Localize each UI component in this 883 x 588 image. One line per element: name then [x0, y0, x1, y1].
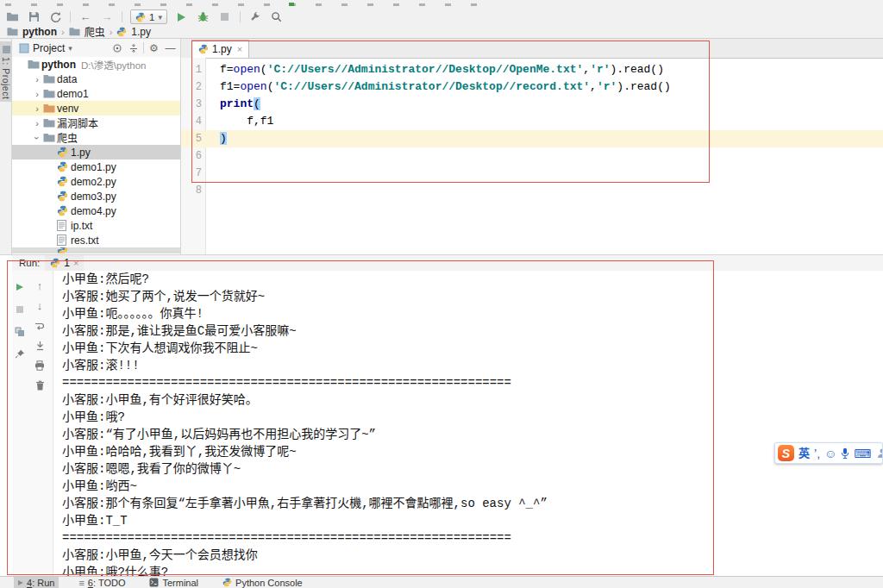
tree-chevron-icon[interactable]: › [31, 118, 43, 128]
tree-item[interactable]: pythonD:\渗透\python [12, 57, 180, 72]
language-mode-indicator[interactable]: 英 [798, 447, 810, 459]
close-icon[interactable]: × [237, 44, 242, 54]
folder-icon [43, 74, 57, 84]
tree-item[interactable] [12, 247, 180, 253]
settings-wrench-icon[interactable] [248, 10, 262, 24]
tree-item[interactable]: 1.py [12, 145, 180, 160]
stripe-tab-project[interactable]: 1: Project [0, 41, 12, 102]
todo-icon: ≡ [78, 578, 84, 588]
console-output[interactable]: 小甲鱼:然后呢?小客服:她买了两个,说发一个货就好~小甲鱼:呃。。。。。。你真牛… [53, 271, 883, 576]
tree-item-label: 漏洞脚本 [57, 116, 98, 130]
line-number: 4 [181, 113, 202, 130]
python-icon [57, 191, 71, 202]
tree-item[interactable]: demo4.py [12, 203, 180, 218]
statusbar-toolwindow-todo[interactable]: ≡6: TODO [74, 577, 129, 588]
toolbox-icon-clipped[interactable] [876, 447, 883, 460]
down-stacktrace-icon[interactable]: ↓ [33, 296, 47, 316]
sogou-logo-icon[interactable]: S [778, 445, 794, 461]
open-folder-icon[interactable] [5, 10, 19, 24]
project-view-title[interactable]: Project [33, 42, 65, 54]
code-line: f1=open('C://Users//Administrator//Deskt… [220, 78, 883, 96]
rerun-button[interactable] [13, 276, 27, 298]
tree-item[interactable]: ›demo1 [12, 86, 180, 101]
collapse-all-icon[interactable] [127, 41, 140, 54]
editor-tab-label: 1.py [212, 43, 232, 55]
statusbar-toolwindow-run[interactable]: 4: Run [14, 577, 59, 588]
statusbar-toolwindow-pythonconsole[interactable]: Python Console [218, 577, 307, 588]
scroll-to-end-icon[interactable] [33, 335, 47, 355]
console-line: 小甲鱼:然后呢? [62, 271, 883, 288]
statusbar-toolwindow-terminal[interactable]: Terminal [145, 577, 203, 588]
run-button[interactable] [175, 10, 189, 24]
up-stacktrace-icon[interactable]: ↑ [33, 276, 47, 296]
python-icon [50, 258, 60, 268]
emoji-icon[interactable]: ☺ [824, 447, 836, 460]
run-header: Run: 1 × [12, 255, 883, 271]
console-line: 小甲鱼:哦?什么事? [62, 564, 883, 576]
line-number: 2 [181, 78, 202, 96]
keyboard-icon[interactable]: ⌨ [854, 447, 871, 460]
tree-item-label: demo4.py [71, 205, 116, 217]
folder-icon [7, 27, 18, 36]
editor-body[interactable]: 12345678 f=open('C://Users//Administrato… [181, 58, 883, 254]
tree-item-label: ip.txt [71, 220, 92, 232]
tree-item[interactable]: ›data [12, 72, 180, 86]
python-icon [57, 247, 71, 253]
run-tab[interactable]: 1 × [45, 255, 84, 271]
tree-item-label: 1.py [71, 147, 91, 159]
chevron-down-icon[interactable]: ▾ [68, 44, 72, 53]
soft-wrap-icon[interactable] [33, 316, 47, 335]
gear-icon[interactable]: ⚙ [147, 41, 160, 54]
console-line: 小甲鱼:哟西~ [62, 478, 883, 495]
stop-button[interactable] [218, 10, 232, 24]
save-icon[interactable] [27, 10, 41, 24]
code-line [220, 182, 883, 199]
sync-icon[interactable] [48, 10, 62, 24]
hide-panel-icon[interactable]: — [164, 41, 177, 54]
breadcrumb-item[interactable]: python [22, 26, 57, 38]
run-configuration-select[interactable]: 1 ▾ [130, 9, 167, 24]
editor-tab[interactable]: 1.py × [191, 40, 249, 58]
tree-item[interactable]: ›爬虫 [12, 130, 180, 145]
console-line: 小客服:那个有条回复“左手拿著小甲魚,右手拿著打火機,哪裡不會點哪裡,so ea… [62, 495, 883, 512]
stop-button[interactable] [13, 298, 27, 321]
toolbar-separator [122, 11, 122, 22]
restore-layout-icon[interactable] [13, 321, 27, 343]
tree-chevron-icon[interactable]: › [31, 103, 43, 114]
tree-item[interactable]: ›漏洞脚本 [12, 116, 180, 130]
microphone-icon[interactable] [841, 447, 849, 460]
punctuation-mode-icon[interactable]: ’, [814, 447, 820, 460]
tree-item[interactable]: demo2.py [12, 174, 180, 189]
tree-item[interactable]: res.txt [12, 233, 180, 247]
tree-chevron-icon[interactable]: › [32, 132, 42, 144]
back-icon[interactable]: ← [78, 10, 92, 24]
code-area[interactable]: f=open('C://Users//Administrator//Deskto… [205, 61, 883, 199]
tree-item[interactable]: demo1.py [12, 160, 180, 174]
tree-item-label: res.txt [71, 235, 99, 247]
text-icon [57, 220, 71, 231]
tree-item-label: venv [57, 103, 78, 115]
tree-item[interactable]: ip.txt [12, 218, 180, 233]
forward-icon[interactable]: → [100, 10, 114, 24]
tree-item-label: python [41, 59, 76, 71]
run-configuration-name: 1 [149, 12, 154, 22]
main-toolbar: ← → 1 ▾ [0, 9, 883, 25]
print-icon[interactable] [33, 355, 47, 375]
tree-chevron-icon[interactable]: › [31, 89, 43, 99]
tree-item[interactable]: demo3.py [12, 189, 180, 203]
close-icon[interactable]: × [73, 258, 78, 268]
console-line: 小甲鱼:哦? [62, 409, 883, 426]
tree-item[interactable]: ›venv [12, 101, 180, 116]
breadcrumb-item[interactable]: 爬虫 [85, 24, 105, 39]
clear-all-trash-icon[interactable] [33, 375, 47, 395]
console-line: 小客服:“有了小甲鱼,以后妈妈再也不用担心我的学习了~” [62, 426, 883, 443]
search-everywhere-icon[interactable] [270, 10, 284, 24]
tree-chevron-icon[interactable]: › [31, 74, 43, 84]
debug-button[interactable] [197, 10, 210, 24]
breadcrumb-item[interactable]: 1.py [131, 26, 151, 38]
run-tool-window: Run: 1 × ↑ ↓ [0, 254, 883, 576]
line-number: 8 [181, 182, 202, 199]
console-line: 小甲鱼:哈哈哈,我看到丫,我还发微博了呢~ [62, 443, 883, 460]
pin-icon[interactable] [13, 343, 27, 366]
locate-file-icon[interactable] [110, 41, 123, 54]
